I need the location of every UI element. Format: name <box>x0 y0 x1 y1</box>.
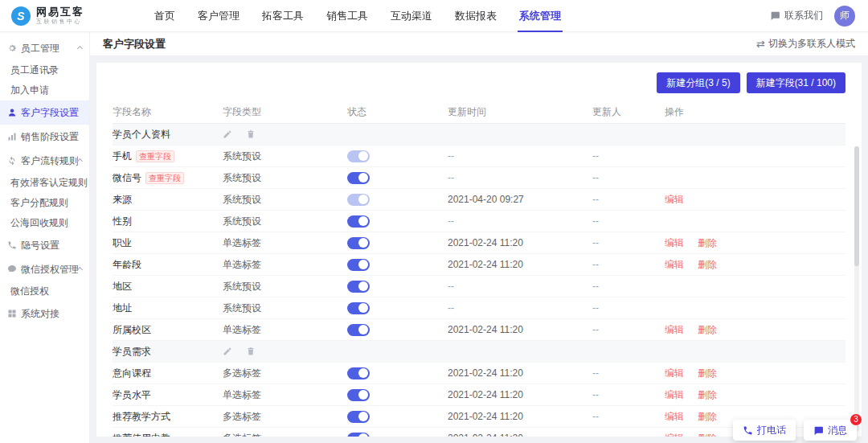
field-name-cell: 手机查重字段 <box>113 150 223 163</box>
updated-time: 2021-02-24 11:20 <box>448 411 592 422</box>
edit-link[interactable]: 编辑 <box>665 258 684 272</box>
edit-link[interactable]: 编辑 <box>665 388 684 402</box>
sidebar-item-sales-stage-settings[interactable]: 销售阶段设置 <box>0 125 89 149</box>
edit-link[interactable]: 编辑 <box>665 193 684 207</box>
sidebar-item-system-integration[interactable]: 系统对接 <box>0 301 89 326</box>
field-status-cell <box>347 150 448 162</box>
avatar[interactable]: 师 <box>834 6 855 27</box>
status-toggle[interactable] <box>347 433 370 437</box>
field-status-cell <box>347 302 448 314</box>
contact-us-button[interactable]: 联系我们 <box>770 9 823 23</box>
updater: -- <box>592 150 665 162</box>
field-row: 职业单选标签2021-02-24 11:20--编辑删除 <box>113 232 845 254</box>
edit-link[interactable]: 编辑 <box>665 323 684 337</box>
table-body: 学员个人资料手机查重字段系统预设----微信号查重字段系统预设----来源系统预… <box>113 124 845 437</box>
sidebar-item-join-requests[interactable]: 加入申请 <box>0 80 89 100</box>
sidebar-item-valid-lead-rules[interactable]: 有效潜客认定规则 <box>0 173 89 193</box>
delete-link[interactable]: 删除 <box>698 323 717 337</box>
updated-time: 2021-02-24 11:20 <box>448 324 592 335</box>
column-header: 状态 <box>347 105 448 119</box>
chart-icon <box>7 132 17 142</box>
scrollbar-thumb[interactable] <box>854 146 859 266</box>
new-field-button[interactable]: 新建字段(31 / 100) <box>747 72 845 93</box>
fields-table: 字段名称字段类型状态更新时间更新人操作 学员个人资料手机查重字段系统预设----… <box>113 101 845 437</box>
status-toggle[interactable] <box>347 389 370 401</box>
sidebar-item-staff-management[interactable]: 员工管理 <box>0 36 89 60</box>
sidebar-item-label: 公海回收规则 <box>10 216 68 230</box>
nav-item-prospecting-tools[interactable]: 拓客工具 <box>251 0 315 32</box>
status-toggle[interactable] <box>347 172 370 184</box>
sidebar-item-wechat-auth[interactable]: 微信授权 <box>0 281 89 301</box>
edit-group-icon[interactable] <box>223 129 232 139</box>
delete-link[interactable]: 删除 <box>698 388 717 402</box>
table-scrollbar[interactable] <box>854 146 859 432</box>
field-name: 学员水平 <box>113 388 151 402</box>
delete-link[interactable]: 删除 <box>698 236 717 250</box>
nav-item-sales-tools[interactable]: 销售工具 <box>315 0 379 32</box>
edit-link[interactable]: 编辑 <box>665 236 684 250</box>
sidebar-item-public-pool-recycle-rules[interactable]: 公海回收规则 <box>0 213 89 233</box>
phone-icon <box>7 240 17 250</box>
edit-link[interactable]: 编辑 <box>665 367 684 380</box>
updater: -- <box>592 411 665 422</box>
nav-item-home[interactable]: 首页 <box>143 0 186 32</box>
field-row: 地址系统预设---- <box>113 297 845 319</box>
status-toggle[interactable] <box>347 259 370 271</box>
field-name: 年龄段 <box>113 258 141 272</box>
field-status-cell <box>347 433 448 437</box>
updater: -- <box>592 389 665 400</box>
delete-group-icon[interactable] <box>246 129 256 139</box>
updater: -- <box>592 281 665 292</box>
updater: -- <box>592 367 665 379</box>
sidebar-item-wechat-auth-management[interactable]: 微信授权管理 <box>0 257 89 281</box>
row-actions: 编辑删除 <box>665 367 845 380</box>
edit-link[interactable]: 编辑 <box>665 410 684 424</box>
delete-link[interactable]: 删除 <box>698 258 717 272</box>
mode-switch-button[interactable]: ⇄ 切换为多联系人模式 <box>756 37 855 51</box>
sidebar-item-customer-field-settings[interactable]: 客户字段设置 <box>0 100 89 125</box>
nav-item-system-management[interactable]: 系统管理 <box>508 0 572 32</box>
status-toggle[interactable] <box>347 281 370 293</box>
call-button[interactable]: 打电话 <box>733 420 796 441</box>
status-toggle[interactable] <box>347 324 370 336</box>
dedupe-field-tag: 查重字段 <box>145 172 184 184</box>
field-status-cell <box>347 389 448 401</box>
sidebar-item-staff-directory[interactable]: 员工通讯录 <box>0 60 89 80</box>
field-type: 单选标签 <box>223 388 347 402</box>
status-toggle[interactable] <box>347 367 370 379</box>
sidebar-item-customer-assignment-rules[interactable]: 客户分配规则 <box>0 193 89 213</box>
edit-link[interactable]: 编辑 <box>665 432 684 437</box>
top-navbar: S 网易互客 互联销售中心 首页客户管理拓客工具销售工具互动渠道数据报表系统管理… <box>0 0 868 32</box>
topnav-items: 首页客户管理拓客工具销售工具互动渠道数据报表系统管理 <box>143 0 572 32</box>
updater: -- <box>592 194 665 205</box>
sidebar-item-label: 客户字段设置 <box>21 106 79 120</box>
status-toggle[interactable] <box>347 411 370 423</box>
field-name-cell: 年龄段 <box>113 258 223 272</box>
field-type: 系统预设 <box>223 280 347 293</box>
delete-link[interactable]: 删除 <box>698 410 717 424</box>
nav-item-customer-management[interactable]: 客户管理 <box>186 0 251 32</box>
chevron-up-icon <box>77 266 83 272</box>
field-type: 单选标签 <box>223 236 347 250</box>
row-actions: 编辑 <box>665 193 845 207</box>
status-toggle[interactable] <box>347 237 370 249</box>
message-button[interactable]: 消息 3 <box>804 420 857 441</box>
sidebar-item-customer-flow-rules[interactable]: 客户流转规则 <box>0 149 89 173</box>
status-toggle[interactable] <box>347 194 370 206</box>
status-toggle[interactable] <box>347 150 370 162</box>
status-toggle[interactable] <box>347 215 370 228</box>
field-name-cell: 性别 <box>113 215 223 228</box>
delete-link[interactable]: 删除 <box>698 367 717 380</box>
group-actions <box>223 129 347 139</box>
edit-group-icon[interactable] <box>223 347 232 356</box>
column-header: 操作 <box>665 105 845 119</box>
field-status-cell <box>347 281 448 293</box>
group-row: 学员需求 <box>113 341 845 363</box>
nav-item-interaction-channels[interactable]: 互动渠道 <box>379 0 444 32</box>
sidebar-item-number-masking-settings[interactable]: 隐号设置 <box>0 233 89 257</box>
delete-group-icon[interactable] <box>246 347 256 356</box>
new-group-button[interactable]: 新建分组(3 / 5) <box>657 72 739 93</box>
status-toggle[interactable] <box>347 302 370 314</box>
nav-item-data-reports[interactable]: 数据报表 <box>444 0 508 32</box>
delete-link[interactable]: 删除 <box>698 432 717 437</box>
